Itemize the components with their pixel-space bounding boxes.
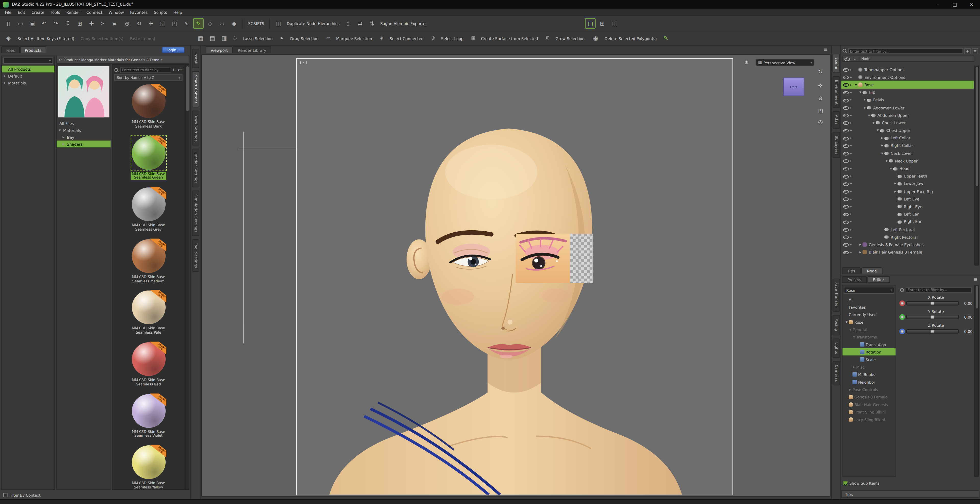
expand-arrow-icon[interactable]: ▶ [880, 136, 884, 139]
dock-tab-lights[interactable]: Lights [832, 338, 840, 358]
tab-node[interactable]: Node [861, 267, 882, 274]
visibility-eye-icon[interactable] [842, 143, 848, 148]
node-select-tool-icon[interactable]: ► [110, 18, 121, 29]
menu-scripts[interactable]: Scripts [151, 10, 170, 14]
geometry-editor-tool-icon[interactable]: ✎ [193, 18, 204, 29]
polygon-selection-icon[interactable]: ▥ [219, 33, 230, 44]
slider-track[interactable] [906, 301, 959, 305]
login-button[interactable]: Login... [162, 47, 184, 53]
select-loop[interactable]: ◎Select Loop [428, 34, 466, 42]
tips-bar[interactable]: Tips [841, 490, 979, 498]
param-group-general[interactable]: ▼General [842, 325, 896, 333]
dock-tab-scene[interactable]: Scene [832, 54, 840, 73]
menu-help[interactable]: Help [170, 10, 185, 14]
dock-tab-bl-layers[interactable]: BL Layers [832, 132, 840, 158]
expand-arrow-icon[interactable]: ▼ [867, 114, 871, 117]
expand-arrow-icon[interactable]: ▼ [871, 121, 876, 124]
content-scrollbar[interactable] [185, 64, 189, 490]
expand-arrow-icon[interactable]: ▶ [893, 182, 897, 185]
marquee-selection[interactable]: ▭Marquee Selection [324, 34, 375, 42]
visibility-eye-icon[interactable] [842, 120, 848, 125]
material-item[interactable]: ShaderMDLMM C3D Skin BaseSeamless Medium [113, 238, 185, 283]
node-label[interactable]: Right Collar [891, 143, 913, 148]
node-label[interactable]: Right Eye [904, 204, 922, 209]
node-label[interactable]: Right Ear [904, 219, 921, 224]
node-label[interactable]: Hip [869, 90, 875, 94]
expand-arrow-icon[interactable]: ▼ [880, 152, 884, 155]
node-label[interactable]: Right Pectoral [891, 235, 918, 239]
slider-handle[interactable] [931, 301, 935, 304]
slider-handle[interactable] [931, 315, 935, 319]
visibility-eye-icon[interactable] [842, 250, 848, 255]
dock-tab-render-settings[interactable]: Render Settings [192, 149, 199, 187]
menu-tools[interactable]: Tools [48, 10, 63, 14]
menu-favorites[interactable]: Favorites [127, 10, 151, 14]
content-bag-icon[interactable]: ◆ [229, 18, 239, 29]
scene-node-neck-upper[interactable]: ►▼Neck Upper [841, 157, 974, 165]
node-label[interactable]: Tonemapper Options [864, 67, 904, 71]
visibility-eye-icon[interactable] [842, 173, 848, 179]
expand-arrow-icon[interactable]: ▶ [893, 190, 897, 193]
visibility-eye-icon[interactable] [842, 90, 848, 95]
tree-iray[interactable]: ▶Iray [57, 134, 111, 141]
expand-arrow-icon[interactable]: ▼ [889, 167, 893, 170]
layout-split-icon[interactable]: ◫ [609, 18, 620, 29]
scene-node-left-eye[interactable]: ►Left Eye [841, 195, 974, 203]
camera-view-selector[interactable]: ▦ Perspective View ▾ [756, 59, 815, 66]
visibility-eye-icon[interactable] [842, 67, 848, 72]
node-label[interactable]: Pelvis [873, 98, 884, 102]
select-all-item-keys-button[interactable]: Select All Item Keys (Filtered) [18, 36, 75, 40]
category-all-products[interactable]: All Products [2, 65, 54, 73]
param-group-rose[interactable]: ▼Rose [842, 318, 896, 325]
expand-arrow-icon[interactable]: ▼ [858, 90, 862, 94]
dock-tab-simulation-settings[interactable]: Simulation Settings [192, 190, 199, 236]
frame-tool-icon[interactable]: ◳ [169, 18, 180, 29]
import-icon[interactable]: ↧ [62, 18, 73, 29]
camera-icon[interactable]: ◉ [590, 33, 601, 44]
scene-node-genesis-8-female-eyelashes[interactable]: ►▶Genesis 8 Female Eyelashes [841, 241, 974, 249]
expand-arrow-icon[interactable]: ▼ [884, 159, 889, 162]
scene-node-tonemapper-options[interactable]: ►Tonemapper Options [841, 65, 974, 73]
show-sub-items[interactable]: Show Sub Items [843, 481, 880, 485]
expand-arrow-icon[interactable]: ▶ [880, 144, 884, 147]
node-label[interactable]: Neck Lower [891, 151, 913, 155]
visibility-eye-icon[interactable] [842, 235, 848, 239]
menu-connect[interactable]: Connect [83, 10, 105, 14]
expand-arrow-icon[interactable]: ▶ [62, 135, 67, 138]
show-sub-items-checkbox[interactable] [843, 481, 848, 485]
visibility-eye-icon[interactable] [842, 211, 848, 217]
scene-node-environment-options[interactable]: ►Environment Options [841, 73, 974, 81]
parameter-filter-input[interactable] [906, 287, 972, 293]
param-group-all[interactable]: All [842, 295, 896, 303]
param-group-genesis-8-female[interactable]: Genesis 8 Female [842, 393, 896, 400]
dock-tab-face-transfer[interactable]: Face Transfer [832, 279, 840, 312]
category-default[interactable]: ▶Default [2, 73, 54, 79]
node-label[interactable]: Neck Upper [895, 158, 918, 163]
timeline-icon[interactable]: ∿ [181, 18, 192, 29]
redo-icon[interactable]: ↷ [51, 18, 61, 29]
grow-selection[interactable]: ⊞Grow Selection [543, 34, 588, 42]
expand-arrow-icon[interactable]: ▼ [852, 335, 856, 338]
create-node-icon[interactable]: ✚ [86, 18, 97, 29]
scene-node-chest-upper[interactable]: ►▼Chest Upper [841, 127, 974, 134]
scrollbar-thumb[interactable] [975, 286, 978, 309]
scale-tool-icon[interactable]: ◱ [158, 18, 168, 29]
visibility-eye-icon[interactable] [842, 181, 848, 186]
node-label[interactable]: Head [899, 166, 910, 171]
node-label[interactable]: Genesis 8 Female Eyelashes [869, 242, 924, 247]
scene-node-left-ear[interactable]: ►Left Ear [841, 210, 974, 218]
rotate-tool-icon[interactable]: ↻ [134, 18, 145, 29]
minimize-button[interactable]: – [929, 0, 946, 9]
visibility-eye-icon[interactable] [842, 97, 848, 103]
filter-by-context-checkbox[interactable] [3, 493, 7, 497]
create-surface-from-selected[interactable]: ▦Create Surface from Selected [469, 34, 541, 42]
menu-edit[interactable]: Edit [14, 10, 28, 14]
tab-presets[interactable]: Presets [842, 276, 867, 283]
param-group-rotation[interactable]: Rotation [842, 348, 896, 355]
tab-render-library[interactable]: Render Library [233, 46, 271, 53]
node-label[interactable]: Left Collar [891, 136, 910, 140]
expand-arrow-icon[interactable]: ▼ [845, 320, 849, 323]
products-filter-dropdown[interactable]: ▾ [3, 57, 53, 63]
dock-tab-posing[interactable]: Posing [832, 315, 840, 335]
cut-icon[interactable]: ✂ [98, 18, 109, 29]
